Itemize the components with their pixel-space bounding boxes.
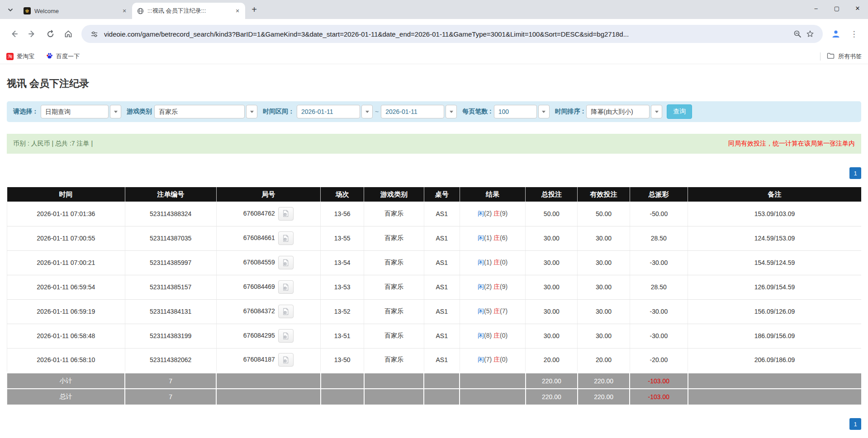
cell-bet-id: 523114385157 <box>125 275 216 299</box>
cell-bet-id: 523114384131 <box>125 299 216 324</box>
per-page-value[interactable]: 100 <box>494 105 537 118</box>
cell-bet-id: 523114382062 <box>125 348 216 372</box>
cell-payout: -30.00 <box>630 324 688 348</box>
cell-round: 676084187 <box>216 348 320 372</box>
cell-valid-bet: 30.00 <box>578 299 630 324</box>
table-row: 2026-01-11 07:00:21523114385997676084559… <box>7 250 862 275</box>
total-count: 7 <box>125 389 216 405</box>
cell-note: 156.09/126.09 <box>688 299 861 324</box>
cell-payout: -30.00 <box>630 250 688 275</box>
bookmark-taobao[interactable]: 淘 爱淘宝 <box>6 52 34 61</box>
sort-value[interactable]: 降幂(由大到小) <box>586 105 650 118</box>
page-1-button[interactable]: 1 <box>849 167 861 179</box>
welcome-favicon: ♚ <box>24 7 31 14</box>
video-replay-icon[interactable] <box>278 353 294 367</box>
tab-welcome[interactable]: ♚ Welcome ✕ <box>19 3 132 19</box>
chevron-down-icon[interactable] <box>446 105 457 118</box>
sort-select[interactable]: 降幂(由大到小) <box>586 105 662 118</box>
chevron-down-icon[interactable] <box>651 105 662 118</box>
folder-icon <box>827 52 835 61</box>
total-row: 总计7220.00220.00-103.00 <box>7 389 862 405</box>
video-replay-icon[interactable] <box>278 231 294 245</box>
cell-round: 676084469 <box>216 275 320 299</box>
cell-total-bet: 30.00 <box>526 226 578 250</box>
reload-icon[interactable] <box>43 26 58 42</box>
profile-avatar-icon[interactable] <box>828 26 844 42</box>
cell-time: 2026-01-11 07:01:36 <box>7 202 125 226</box>
pagination-bottom: 1 <box>7 418 861 430</box>
chevron-down-icon[interactable] <box>538 105 550 118</box>
date-end-value[interactable]: 2026-01-11 <box>381 105 444 118</box>
cell-table-number: AS1 <box>424 275 460 299</box>
maximize-button[interactable]: ▢ <box>826 0 847 16</box>
url-bar[interactable]: videoie.com/game/betrecord_search/kind3?… <box>81 25 823 43</box>
per-page-select[interactable]: 100 <box>494 105 550 118</box>
video-replay-icon[interactable] <box>278 280 294 294</box>
video-replay-icon[interactable] <box>278 207 294 221</box>
tab-close-icon[interactable]: ✕ <box>120 7 128 15</box>
cell-table-number: AS1 <box>424 299 460 324</box>
tab-title: :::视讯 会员下注纪录::: <box>147 7 233 15</box>
result-banker-score: (6) <box>500 234 508 241</box>
date-start-select[interactable]: 2026-01-11 <box>297 105 373 118</box>
result-player: 闲 <box>478 332 484 339</box>
game-kind-select[interactable]: 百家乐 <box>154 105 257 118</box>
cell-table-number: AS1 <box>424 324 460 348</box>
column-header: 注单编号 <box>125 187 216 202</box>
all-bookmarks[interactable]: 所有书签 <box>820 52 862 61</box>
url-text[interactable]: videoie.com/game/betrecord_search/kind3?… <box>104 30 791 38</box>
cell-game-kind: 百家乐 <box>364 275 424 299</box>
cell-game-kind: 百家乐 <box>364 250 424 275</box>
close-button[interactable]: ✕ <box>847 0 868 16</box>
bookmark-star-icon[interactable] <box>804 28 816 40</box>
search-button[interactable]: 查询 <box>667 104 692 119</box>
table-row: 2026-01-11 07:00:55523114387035676084661… <box>7 226 862 250</box>
cell-time: 2026-01-11 06:59:19 <box>7 299 125 324</box>
result-player: 闲 <box>478 259 484 266</box>
chevron-down-icon[interactable] <box>246 105 257 118</box>
page-1-button[interactable]: 1 <box>849 418 861 430</box>
pagination-top: 1 <box>7 167 861 179</box>
zoom-icon[interactable] <box>791 28 804 40</box>
tab-bet-record[interactable]: :::视讯 会员下注纪录::: ✕ <box>132 3 245 19</box>
result-banker: 庄 <box>493 356 500 363</box>
tab-search-chevron-icon[interactable] <box>4 3 17 17</box>
tab-title: Welcome <box>34 8 120 14</box>
per-page-label: 每页笔数 : <box>462 108 492 116</box>
browser-menu-icon[interactable]: ⋮ <box>846 26 862 42</box>
video-replay-icon[interactable] <box>278 329 294 343</box>
empty-cell <box>460 389 525 405</box>
back-icon[interactable] <box>6 26 22 42</box>
bookmark-baidu[interactable]: 百度一下 <box>46 52 80 61</box>
cell-game-kind: 百家乐 <box>364 202 424 226</box>
column-header: 总投注 <box>526 187 578 202</box>
browser-tab-strip: ♚ Welcome ✕ :::视讯 会员下注纪录::: ✕ + – ▢ ✕ <box>0 0 868 19</box>
empty-cell <box>460 372 525 389</box>
cell-valid-bet: 50.00 <box>578 202 630 226</box>
cell-game-kind: 百家乐 <box>364 324 424 348</box>
empty-cell <box>216 372 320 389</box>
home-icon[interactable] <box>61 26 76 42</box>
cell-bet-id: 523114385997 <box>125 250 216 275</box>
chevron-down-icon[interactable] <box>110 105 121 118</box>
date-end-select[interactable]: 2026-01-11 <box>381 105 457 118</box>
all-bookmarks-label: 所有书签 <box>838 52 862 61</box>
round-number: 676084762 <box>243 209 275 217</box>
cell-result: 闲(5) 庄(7) <box>460 299 525 324</box>
tab-close-icon[interactable]: ✕ <box>233 7 242 15</box>
result-banker: 庄 <box>493 234 500 241</box>
query-type-value[interactable]: 日期查询 <box>41 105 109 118</box>
game-kind-value[interactable]: 百家乐 <box>154 105 245 118</box>
site-settings-icon[interactable] <box>88 28 100 40</box>
minimize-button[interactable]: – <box>806 0 826 16</box>
query-type-select[interactable]: 日期查询 <box>41 105 121 118</box>
result-banker-score: (7) <box>500 307 508 315</box>
cell-note: 124.59/153.09 <box>688 226 861 250</box>
forward-icon[interactable] <box>24 26 40 42</box>
chevron-down-icon[interactable] <box>361 105 373 118</box>
video-replay-icon[interactable] <box>278 305 294 318</box>
cell-bet-id: 523114388324 <box>125 202 216 226</box>
date-start-value[interactable]: 2026-01-11 <box>297 105 360 118</box>
new-tab-button[interactable]: + <box>248 3 261 16</box>
video-replay-icon[interactable] <box>278 256 294 269</box>
